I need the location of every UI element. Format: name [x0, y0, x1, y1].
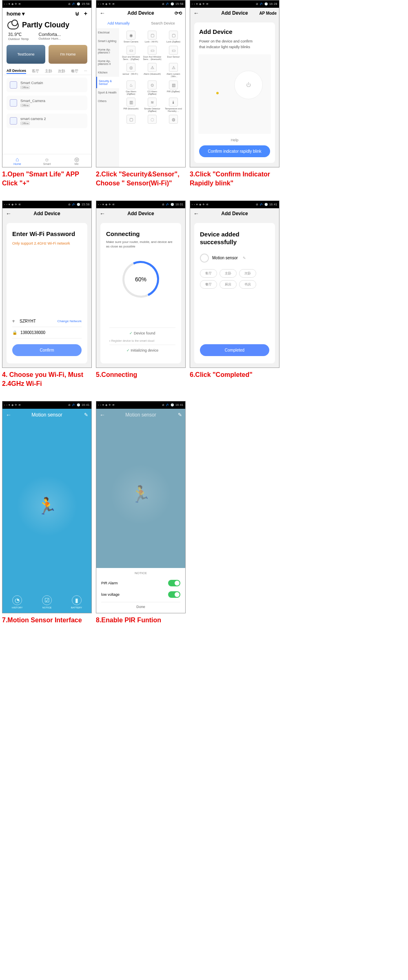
- nav-home[interactable]: ⌂Home: [2, 156, 32, 165]
- cat-item[interactable]: Home Ap-pliances II: [96, 57, 119, 68]
- mic-icon[interactable]: ⊍: [75, 10, 79, 17]
- cat-item[interactable]: Sport & Health: [96, 88, 119, 97]
- device-type-item[interactable]: ⚠Alarm system（Win...: [163, 62, 184, 79]
- nav-me[interactable]: ◎Me: [62, 156, 91, 165]
- device-type-item[interactable]: ▥PIR (ZigBee): [163, 80, 184, 96]
- device-type-item[interactable]: ▥PIR (bluetooth): [121, 97, 141, 113]
- back-icon[interactable]: ←: [100, 10, 105, 16]
- device-type-icon: ◌: [148, 115, 157, 124]
- device-type-item[interactable]: ▭Door Sensor: [163, 45, 184, 61]
- device-card[interactable]: Smart_CameraOffline: [7, 96, 87, 110]
- confirm-blink-button[interactable]: Confirm indicator rapidly blink: [199, 145, 270, 157]
- tab-room[interactable]: 主卧: [45, 69, 52, 74]
- hum-label: Outdoor Hum...: [39, 37, 61, 40]
- cat-item[interactable]: Others: [96, 97, 119, 105]
- device-icon: [10, 117, 17, 125]
- scene-test[interactable]: TestScene: [7, 45, 45, 64]
- back-icon[interactable]: ←: [6, 210, 11, 217]
- room-chip[interactable]: 餐厅: [200, 280, 217, 289]
- ap-mode-link[interactable]: AP Mode: [259, 11, 277, 16]
- device-type-icon: ▢: [169, 31, 178, 40]
- device-type-item[interactable]: ◍: [163, 114, 184, 125]
- device-type-icon: ▭: [169, 46, 178, 55]
- instruction-line: Power on the device and confirm: [199, 38, 270, 44]
- tab-add-manually[interactable]: Add Manually: [96, 20, 141, 27]
- device-type-item[interactable]: ▢Lock (ZigBee): [163, 30, 184, 44]
- edit-icon[interactable]: ✎: [178, 412, 182, 418]
- blink-illustration: ⏻: [198, 54, 271, 134]
- device-type-item[interactable]: ⚠Alarm (bluetooth): [142, 62, 162, 79]
- statusbar: ▫ ▫ ▾ ◈ ✈ ≋⊘ 💤 🕐 16:41: [96, 401, 185, 409]
- temp-label: Outdoor Temp: [8, 37, 29, 41]
- cat-item[interactable]: Electrical: [96, 28, 119, 37]
- instruction-line: that indicator light rapidly blinks: [199, 44, 270, 50]
- room-chip[interactable]: 厨房: [220, 280, 237, 289]
- help-link[interactable]: Help: [199, 138, 270, 142]
- room-chip[interactable]: 书房: [239, 280, 256, 289]
- completed-button[interactable]: Completed: [200, 344, 269, 356]
- cat-item[interactable]: Kitchen: [96, 68, 119, 77]
- hum-value: Comforta...: [39, 32, 61, 37]
- scan-icon[interactable]: ⟳⟲: [175, 11, 182, 16]
- tab-history[interactable]: ◔HISTORY: [2, 595, 32, 609]
- caption-4: 4. Choose you Wi-Fi, Must 2.4GHz Wi-Fi: [2, 370, 92, 389]
- device-icon: [10, 81, 17, 89]
- tab-room[interactable]: 客厅: [32, 69, 39, 74]
- nav-smart[interactable]: ☼Smart: [32, 156, 62, 165]
- cat-security-sensor[interactable]: Security & Sensor: [96, 77, 119, 88]
- edit-icon[interactable]: ✎: [84, 412, 88, 418]
- device-card[interactable]: Smart CurtainOffline: [7, 78, 87, 92]
- back-icon[interactable]: ←: [193, 210, 199, 217]
- device-type-item[interactable]: ▭Door And Window Sens... (bluetooth): [142, 45, 162, 61]
- wifi-icon: ᯤ: [12, 319, 16, 323]
- tab-all-devices[interactable]: All Devices: [7, 69, 26, 74]
- caption-3: 3.Click "Confirm Indicator Rapidly blink…: [190, 170, 279, 188]
- room-chip[interactable]: 主卧: [220, 269, 237, 278]
- low-voltage-toggle[interactable]: [168, 591, 180, 598]
- edit-icon[interactable]: ✎: [243, 256, 246, 260]
- scene-home[interactable]: I'm Home: [49, 45, 87, 64]
- device-type-item[interactable]: ◎sensor（Wi-Fi）: [121, 62, 141, 79]
- room-chip[interactable]: 次卧: [239, 269, 256, 278]
- heading: Add Device: [199, 28, 270, 35]
- done-button[interactable]: Done: [101, 602, 180, 611]
- device-type-item[interactable]: ⊙CO Alarm (ZigBee): [142, 80, 162, 96]
- plus-icon[interactable]: +: [84, 10, 87, 17]
- device-type-icon: 🌡: [169, 98, 178, 107]
- back-icon[interactable]: ←: [193, 10, 199, 16]
- device-name: Motion sensor: [212, 256, 238, 260]
- pir-alarm-toggle[interactable]: [168, 580, 180, 586]
- device-type-item[interactable]: ≋Smoke Detector (ZigBee): [142, 97, 162, 113]
- home-dropdown[interactable]: home ▾: [7, 11, 25, 17]
- back-icon[interactable]: ←: [100, 210, 105, 217]
- device-type-item[interactable]: ◌: [142, 114, 162, 125]
- power-icon: ⏻: [234, 71, 263, 99]
- device-type-item[interactable]: ▢: [121, 114, 141, 125]
- tab-battery[interactable]: ▮BATTERY: [62, 595, 91, 609]
- weather-text: Partly Cloudy: [22, 21, 69, 29]
- tab-notice[interactable]: ☑NOTICE: [32, 595, 62, 609]
- device-type-item[interactable]: ▢Lock（Wi-Fi）: [142, 30, 162, 44]
- back-icon[interactable]: ←: [6, 412, 11, 418]
- cat-item[interactable]: Smart Lighting: [96, 37, 119, 45]
- progress-circle: 60%: [117, 256, 164, 303]
- cat-item[interactable]: Home Ap-pliances I: [96, 45, 119, 57]
- back-icon[interactable]: ←: [100, 412, 105, 418]
- device-type-item[interactable]: ▭Door and Window Sens... (ZigBee): [121, 45, 141, 61]
- page-title: Motion sensor: [125, 412, 156, 418]
- tab-search-device[interactable]: Search Device: [141, 20, 185, 27]
- tab-room[interactable]: 餐厅: [71, 69, 78, 74]
- page-title: Add Device: [127, 211, 154, 216]
- change-network-link[interactable]: Change Network: [57, 319, 82, 323]
- tabs-more[interactable]: ···: [84, 69, 87, 74]
- room-chip[interactable]: 客厅: [200, 269, 217, 278]
- motion-display: 🏃: [96, 421, 185, 568]
- device-type-item[interactable]: 🌡Temperature and Humidity ...: [163, 97, 184, 113]
- confirm-button[interactable]: Confirm: [12, 344, 82, 356]
- tab-room[interactable]: 次卧: [58, 69, 65, 74]
- step-8-cell: ▫ ▫ ▾ ◈ ✈ ≋⊘ 💤 🕐 16:41 ←Motion sensor✎ 🏃…: [96, 401, 186, 625]
- device-type-item[interactable]: ◉Smart Camera: [121, 30, 141, 44]
- device-type-item[interactable]: ♨Gas Alarm (ZigBee): [121, 80, 141, 96]
- password-input[interactable]: 13800138000: [20, 330, 45, 335]
- device-card[interactable]: smart camera 2Offline: [7, 114, 87, 128]
